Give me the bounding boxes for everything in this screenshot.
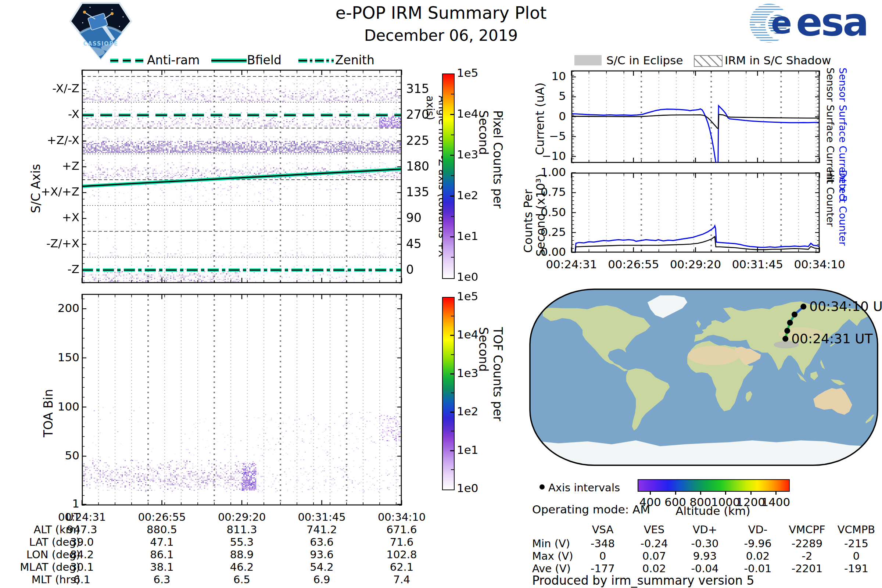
toa-tick-50: 50 xyxy=(8,449,80,462)
ephem-MLAT (deg)-3: 54.2 xyxy=(289,561,355,573)
counts-panel-grid xyxy=(572,173,819,252)
pixel-colorbar-tick-1e1: 1e1 xyxy=(457,230,490,243)
pixel-colorbar xyxy=(442,74,454,279)
volt-col-VD-: VD- xyxy=(732,524,783,536)
alt-tickmark-1400 xyxy=(776,491,777,495)
produced-by: Produced by irm_summary version 5 xyxy=(532,573,754,588)
esa-globe-e: e xyxy=(771,8,792,38)
tof-colorbar-tick-1e2: 1e2 xyxy=(457,405,490,418)
angle-tick-225: 225 xyxy=(406,134,439,148)
ephem-MLAT (deg)-0: 30.1 xyxy=(49,561,115,573)
alt-tickmark-600 xyxy=(675,491,676,495)
ephem-ALT (km)-4: 671.6 xyxy=(369,524,435,536)
tof-colorbar xyxy=(442,297,454,490)
pixel-colorbar-minortick xyxy=(451,216,454,217)
legend-label-S/C in Eclipse: S/C in Eclipse xyxy=(606,54,683,67)
pixel-colorbar-tick-1e2: 1e2 xyxy=(457,189,490,202)
ephem-MLAT (deg)-4: 62.1 xyxy=(369,561,435,573)
esa-wordmark: esa xyxy=(796,3,868,42)
volt-Min (V)-VMCPF: -2289 xyxy=(781,537,833,550)
angle-tick-45: 45 xyxy=(406,237,439,251)
volt-Max (V)-VES: 0.07 xyxy=(628,550,680,562)
volt-Max (V)-VCMPB: 0 xyxy=(831,550,882,562)
ephem-UT-3: 00:31:45 xyxy=(289,511,355,524)
legend-sample-Zenith xyxy=(298,56,334,65)
ephem-MLT (hrs)-1: 6.3 xyxy=(129,573,195,586)
tof-colorbar-minortick xyxy=(451,469,454,470)
ephem-UT-1: 00:26:55 xyxy=(129,511,195,524)
legend-swatch-hatched xyxy=(694,55,723,67)
antarctica xyxy=(529,440,878,466)
volt-Min (V)-VSA: -348 xyxy=(577,537,628,550)
tof-colorbar-tick-1e1: 1e1 xyxy=(457,443,490,456)
volt-Min (V)-VD-: -9.96 xyxy=(732,537,783,550)
ephem-LAT (deg)-3: 63.6 xyxy=(289,536,355,548)
pixel-colorbar-tick-1e0: 1e0 xyxy=(457,270,490,284)
volt-Max (V)-VMCPF: -2 xyxy=(781,550,833,562)
tof-colorbar-tick-1e3: 1e3 xyxy=(457,366,490,380)
band-label--X: -X xyxy=(8,107,80,120)
tof-colorbar-tickmark xyxy=(450,335,454,336)
ephem-ALT (km)-0: 947.3 xyxy=(49,524,115,536)
tof-colorbar-tick-1e5: 1e5 xyxy=(457,290,490,303)
pixel-colorbar-tick-1e4: 1e4 xyxy=(457,107,490,120)
axis-intervals-dot-icon xyxy=(540,484,544,489)
volt-Max (V)-VSA: 0 xyxy=(577,550,628,562)
right-xtick-00:24:31: 00:24:31 xyxy=(537,258,606,271)
ephem-MLT (hrs)-4: 7.4 xyxy=(369,573,435,586)
track-point-2 xyxy=(787,320,793,326)
legend-sample-Anti-ram xyxy=(110,56,146,65)
tof-colorbar-label: TOF Counts per Second xyxy=(476,327,505,459)
right-xtick-00:34:10: 00:34:10 xyxy=(784,258,854,271)
tof-colorbar-minortick xyxy=(451,354,454,355)
band-label--Z/+X: -Z/+X xyxy=(8,237,80,250)
current-panel-ytick-5: 5 xyxy=(531,89,566,102)
alt-tickmark-400 xyxy=(650,491,651,495)
pixel-colorbar-minortick xyxy=(451,175,454,176)
track-point-0 xyxy=(782,336,788,342)
volt-Ave (V)-VMCPF: -2201 xyxy=(781,562,833,575)
toa-tick-1: 1 xyxy=(8,497,80,510)
alt-tickmark-1200 xyxy=(750,491,752,495)
ephem-LON (deg)-1: 86.1 xyxy=(129,548,195,561)
cassiope-patch: CASSIOPE xyxy=(68,1,134,62)
map-art xyxy=(529,288,878,466)
current-panel-ytick-0: 0 xyxy=(531,110,566,123)
ephem-LON (deg)-2: 88.9 xyxy=(209,548,275,561)
legend-label-Bfield: Bfield xyxy=(247,53,282,67)
tof-colorbar-tick-1e0: 1e0 xyxy=(457,482,490,495)
band-label--X/-Z: -X/-Z xyxy=(8,82,80,95)
page-date: December 06, 2019 xyxy=(331,27,551,45)
tof-colorbar-tickmark xyxy=(450,374,454,375)
angle-spectrogram-grid xyxy=(82,70,402,283)
ephem-LAT (deg)-1: 47.1 xyxy=(129,536,195,548)
counts-panel-ytick-0.75: 0.75 xyxy=(531,185,566,198)
right-xtick-00:29:20: 00:29:20 xyxy=(661,258,730,271)
tof-colorbar-minortick xyxy=(451,393,454,393)
pixel-colorbar-tick-1e3: 1e3 xyxy=(457,148,490,161)
ephem-MLT (hrs)-3: 6.9 xyxy=(289,573,355,586)
axis-intervals-label: Axis intervals xyxy=(548,482,620,494)
volt-Ave (V)-VSA: -177 xyxy=(577,562,628,575)
world-map: 00:24:31 UT00:34:10 UT xyxy=(529,288,878,466)
pixel-colorbar-tickmark xyxy=(450,195,454,196)
right-xtick-00:26:55: 00:26:55 xyxy=(598,258,669,271)
track-end-label: 00:34:10 UT xyxy=(809,299,882,314)
ephem-UT-0: 00:24:31 xyxy=(49,511,115,524)
toa-tick-200: 200 xyxy=(8,302,80,315)
band-label-+X: +X xyxy=(8,211,80,224)
ephem-UT-2: 00:29:20 xyxy=(209,511,275,524)
toa-tick-150: 150 xyxy=(8,351,80,364)
pixel-colorbar-tickmark xyxy=(450,155,454,156)
tof-colorbar-minortick xyxy=(451,316,454,316)
ephem-ALT (km)-1: 880.5 xyxy=(129,524,195,536)
track-point-4 xyxy=(800,303,806,309)
ephem-MLAT (deg)-1: 38.1 xyxy=(129,561,195,573)
counts-panel-ytick-1.00: 1.00 xyxy=(531,165,566,178)
toa-spectrogram-grid xyxy=(82,294,402,506)
volt-Max (V)-VD+: 9.93 xyxy=(679,550,730,562)
ephem-LAT (deg)-0: 39.0 xyxy=(49,536,115,548)
ephem-ALT (km)-2: 811.3 xyxy=(209,524,275,536)
ephem-ALT (km)-3: 741.2 xyxy=(289,524,355,536)
pixel-colorbar-tickmark xyxy=(450,236,454,237)
